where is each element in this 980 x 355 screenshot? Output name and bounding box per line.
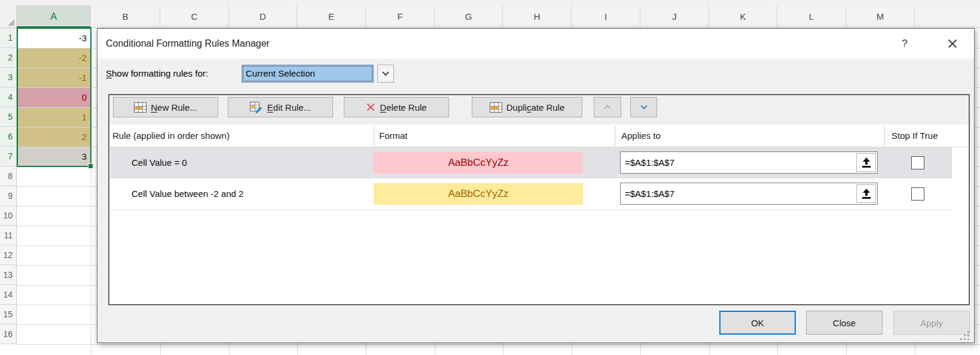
row-header-1[interactable]: 1 bbox=[0, 28, 17, 48]
row-header-14[interactable]: 14 bbox=[0, 285, 17, 305]
column-header-F[interactable]: F bbox=[366, 5, 435, 28]
edit-rule-pencil-icon bbox=[250, 102, 263, 113]
column-header-B[interactable]: B bbox=[91, 5, 160, 28]
collapse-dialog-arrow-icon bbox=[863, 189, 870, 193]
close-icon[interactable] bbox=[943, 35, 962, 52]
chevron-up-icon bbox=[604, 105, 610, 111]
duplicate-rule-button[interactable]: Duplicate Rule bbox=[472, 97, 582, 117]
header-divider bbox=[615, 126, 615, 146]
row-divider bbox=[110, 210, 952, 210]
excel-window: ABCDEFGHIJKLM12345678910111213141516-3-2… bbox=[0, 0, 980, 355]
applies-to-input[interactable] bbox=[621, 152, 855, 173]
collapse-dialog-arrow-icon bbox=[863, 157, 870, 162]
combobox-dropdown-button[interactable] bbox=[377, 65, 394, 83]
range-picker-button[interactable] bbox=[856, 184, 876, 203]
rule-description: Cell Value = 0 bbox=[132, 147, 187, 178]
delete-x-icon bbox=[366, 102, 375, 112]
new-rule-table-icon bbox=[134, 102, 146, 113]
format-preview: AaBbCcYyZz bbox=[374, 152, 583, 174]
column-header-H[interactable]: H bbox=[503, 5, 572, 28]
chevron-down-icon bbox=[640, 102, 647, 109]
new-rule-button[interactable]: New Rule... bbox=[113, 97, 218, 117]
edit-rule-button[interactable]: Edit Rule... bbox=[228, 97, 333, 117]
row-header-16[interactable]: 16 bbox=[0, 324, 17, 344]
column-header-M[interactable]: M bbox=[846, 5, 915, 28]
row-header-7[interactable]: 7 bbox=[0, 147, 17, 166]
ok-button[interactable]: OK bbox=[719, 311, 796, 335]
column-header-E[interactable]: E bbox=[297, 5, 366, 28]
delete-rule-label: Delete Rule bbox=[380, 102, 426, 113]
gridline bbox=[17, 344, 980, 345]
header-applies-to: Applies to bbox=[621, 125, 661, 147]
rule-row-1[interactable]: Cell Value = 0 AaBbCcYyZz bbox=[110, 147, 952, 178]
show-rules-for-combobox[interactable]: Current Selection bbox=[242, 65, 374, 83]
fill-handle[interactable] bbox=[88, 163, 93, 169]
conditional-formatting-rules-manager-dialog: Conditional Formatting Rules Manager ? S… bbox=[97, 28, 975, 343]
column-header-D[interactable]: D bbox=[229, 5, 297, 28]
row-header-10[interactable]: 10 bbox=[0, 206, 17, 226]
applies-to-input[interactable] bbox=[621, 183, 855, 204]
row-header-5[interactable]: 5 bbox=[0, 107, 17, 127]
row-header-9[interactable]: 9 bbox=[0, 186, 17, 206]
header-divider bbox=[374, 126, 374, 146]
column-header-J[interactable]: J bbox=[640, 5, 709, 28]
format-preview: AaBbCcYyZz bbox=[374, 183, 583, 205]
column-header-G[interactable]: G bbox=[435, 5, 503, 28]
rules-panel: New Rule... Edit Rule... Delete Rule Dup… bbox=[108, 94, 970, 305]
header-stop-if-true: Stop If True bbox=[892, 125, 938, 147]
row-header-15[interactable]: 15 bbox=[0, 305, 17, 324]
formula-bar-edge bbox=[0, 0, 980, 5]
range-picker-button[interactable] bbox=[856, 153, 876, 172]
chevron-down-icon bbox=[382, 69, 389, 75]
stop-if-true-checkbox[interactable] bbox=[911, 187, 924, 201]
move-rule-down-button[interactable] bbox=[630, 97, 657, 117]
applies-to-field bbox=[620, 183, 878, 205]
show-rules-for-label: Show formatting rules for: bbox=[106, 65, 208, 83]
row-header-2[interactable]: 2 bbox=[0, 48, 17, 68]
column-header-A[interactable]: A bbox=[17, 5, 91, 28]
move-rule-up-button[interactable] bbox=[594, 97, 621, 117]
delete-rule-button[interactable]: Delete Rule bbox=[344, 97, 449, 117]
row-header-8[interactable]: 8 bbox=[0, 166, 17, 186]
select-all-corner[interactable] bbox=[0, 5, 17, 28]
header-format: Format bbox=[379, 125, 408, 147]
new-rule-label: New Rule... bbox=[151, 102, 197, 113]
duplicate-rule-table-icon bbox=[490, 102, 502, 113]
rules-list: Rule (applied in order shown) Format App… bbox=[109, 125, 969, 304]
row-header-3[interactable]: 3 bbox=[0, 68, 17, 87]
duplicate-rule-label: Duplicate Rule bbox=[506, 102, 565, 113]
rule-row-2[interactable]: Cell Value between -2 and 2 AaBbCcYyZz bbox=[110, 178, 952, 210]
applies-to-field bbox=[620, 151, 878, 174]
header-rule: Rule (applied in order shown) bbox=[112, 125, 230, 147]
edit-rule-label: Edit Rule... bbox=[267, 102, 311, 113]
dialog-titlebar[interactable]: Conditional Formatting Rules Manager ? bbox=[97, 29, 974, 59]
column-header-K[interactable]: K bbox=[709, 5, 777, 28]
row-header-4[interactable]: 4 bbox=[0, 87, 17, 107]
select-all-triangle-icon bbox=[8, 19, 14, 26]
apply-button[interactable]: Apply bbox=[893, 311, 970, 335]
help-icon[interactable]: ? bbox=[897, 35, 912, 52]
column-header-I[interactable]: I bbox=[572, 5, 640, 28]
dialog-title: Conditional Formatting Rules Manager bbox=[106, 29, 270, 59]
selection-border bbox=[17, 28, 91, 167]
resize-grip[interactable] bbox=[960, 331, 970, 341]
stop-if-true-checkbox[interactable] bbox=[911, 156, 924, 169]
row-header-12[interactable]: 12 bbox=[0, 245, 17, 265]
row-header-13[interactable]: 13 bbox=[0, 265, 17, 285]
rules-list-header: Rule (applied in order shown) Format App… bbox=[109, 125, 969, 147]
column-header-L[interactable]: L bbox=[777, 5, 846, 28]
close-button[interactable]: Close bbox=[806, 311, 883, 335]
column-header-C[interactable]: C bbox=[160, 5, 229, 28]
row-header-11[interactable]: 11 bbox=[0, 226, 17, 245]
row-header-6[interactable]: 6 bbox=[0, 127, 17, 147]
header-divider bbox=[884, 126, 885, 146]
rule-description: Cell Value between -2 and 2 bbox=[132, 178, 243, 210]
